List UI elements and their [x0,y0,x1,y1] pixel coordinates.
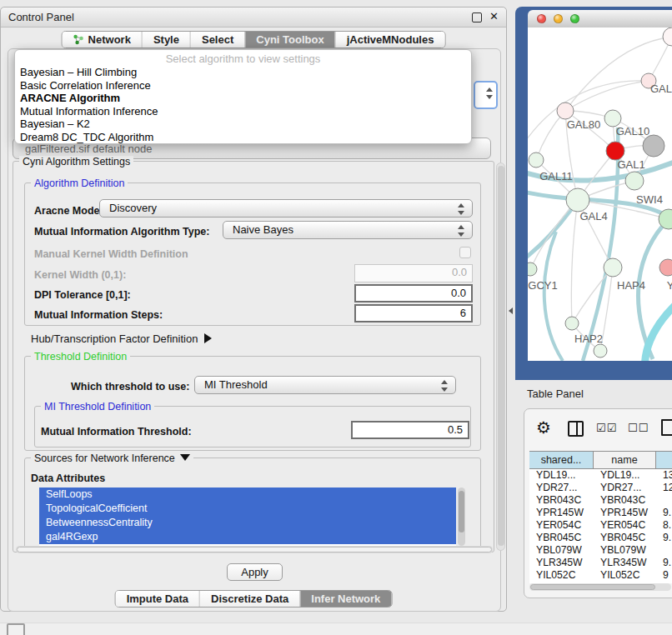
network-node[interactable] [625,172,644,190]
window-zoom-icon[interactable] [570,14,579,23]
attribute-item[interactable]: SelfLoops [39,488,456,502]
table-row[interactable]: YBR045CYBR045C9. [529,532,672,544]
sources-legend[interactable]: Sources for Network Inference [31,452,193,464]
kernel-width-label: Kernel Width (0,1): [34,269,126,281]
table-cell: YIL052C [594,569,656,582]
attributes-scrollbar-thumb[interactable] [459,491,464,532]
network-node[interactable] [659,259,672,276]
table-cell: YPR145W [594,507,656,519]
node-label: GAL [650,82,672,95]
mi-steps-field[interactable]: 6 [354,304,473,322]
control-panel-tab-bar: NetworkStyleSelectCyni ToolboxjActiveMNo… [62,31,446,48]
attribute-item[interactable]: gal4RGexp [39,530,456,544]
table-row[interactable]: YDR27...YDR27...12 [529,482,672,494]
focused-combo-fragment[interactable] [474,81,498,109]
table-cell [656,544,672,557]
table-cell: YPR145W [529,507,594,519]
table-row[interactable]: YDL19...YDL19...13 [529,469,672,482]
table-panel-title: Table Panel [527,388,584,400]
network-graph[interactable]: GALGAL80GAL10GAL1GAL11SWI4GAL4GCY1HAP4YH… [528,28,672,361]
app-root: Control Panel ✕ NetworkStyleSelectCyni T… [0,0,672,635]
tab-discretize-data[interactable]: Discretize Data [199,591,299,607]
tab-select[interactable]: Select [190,32,244,48]
control-panel: Control Panel ✕ NetworkStyleSelectCyni T… [0,7,507,612]
network-node[interactable] [565,317,579,330]
tab-jactivemnodules[interactable]: jActiveMNodules [335,32,445,48]
table-cell: 13 [656,469,672,482]
panel-splitter-arrow-icon[interactable] [509,308,513,314]
network-node[interactable] [528,262,537,276]
kernel-width-field[interactable]: 0.0 [354,264,473,282]
table-row[interactable]: YBL079WYBL079W [529,544,672,557]
window-minimize-icon[interactable] [554,14,563,23]
table-horizontal-scrollbar-thumb[interactable] [530,584,655,590]
settings-horizontal-scrollbar-thumb[interactable] [17,547,492,552]
add-column-icon[interactable] [661,419,672,436]
cyni-algorithm-settings-legend: Cyni Algorithm Settings [19,156,133,168]
attribute-item[interactable]: TopologicalCoefficient [39,502,456,516]
table-horizontal-scrollbar[interactable] [529,583,671,591]
network-view[interactable]: GALGAL80GAL10GAL1GAL11SWI4GAL4GCY1HAP4YH… [528,28,672,361]
tab-impute-data[interactable]: Impute Data [116,591,199,607]
table-row[interactable]: YIL052CYIL052C9 [529,569,672,582]
manual-kernel-checkbox[interactable] [459,247,471,258]
float-panel-icon[interactable] [472,12,482,22]
algorithm-option-basic-correlation-inference[interactable]: Basic Correlation Inference [15,79,471,92]
network-node[interactable] [594,344,607,358]
network-window-titlebar[interactable] [528,10,672,28]
mi-threshold-field[interactable]: 0.5 [351,421,469,439]
tab-cyni-toolbox[interactable]: Cyni Toolbox [244,32,334,48]
attribute-item[interactable]: BetweennessCentrality [39,516,456,530]
which-threshold-combo[interactable]: MI Threshold [194,376,456,394]
network-node[interactable] [604,258,622,277]
network-node[interactable] [566,188,589,212]
column-header[interactable]: shared... [529,452,594,468]
close-panel-icon[interactable]: ✕ [489,10,499,22]
algorithm-option-bayesian-k2[interactable]: Bayesian – K2 [15,118,471,131]
select-all-checkboxes-icon[interactable]: ☑☑ [596,422,617,434]
network-node[interactable] [643,135,664,157]
tab-infer-network[interactable]: Infer Network [299,591,391,607]
settings-vertical-scrollbar-thumb[interactable] [498,166,504,546]
table-row[interactable]: YPR145WYPR145W9. [529,507,672,519]
which-threshold-label: Which threshold to use: [71,381,189,392]
table-cell: YLR345W [529,557,594,569]
table-row[interactable]: YBR043CYBR043C [529,494,672,507]
deselect-all-checkboxes-icon[interactable]: ☐☐ [628,422,649,434]
which-threshold-value: MI Threshold [204,378,268,391]
attributes-scrollbar[interactable] [458,488,465,546]
dpi-tolerance-field[interactable]: 0.0 [354,284,473,302]
network-node[interactable] [557,102,574,119]
algorithm-option-mutual-information-inference[interactable]: Mutual Information Inference [15,105,471,118]
aracne-mode-value: Discovery [109,202,157,214]
column-header[interactable]: name [594,452,656,468]
node-label: Y [667,279,672,292]
settings-vertical-scrollbar[interactable] [496,162,505,551]
combo-spinner-icon [486,88,493,99]
collapsed-panel-button[interactable] [7,623,25,635]
network-node[interactable] [663,28,672,46]
network-node[interactable] [606,142,624,160]
network-node[interactable] [604,110,621,127]
algorithm-option-dream8-dc-tdc-algorithm[interactable]: Dream8 DC_TDC Algorithm [15,131,471,144]
table-row[interactable]: YER054CYER054C8. [529,519,672,532]
tab-style[interactable]: Style [142,32,190,48]
split-columns-icon[interactable] [568,421,584,437]
aracne-mode-combo[interactable]: Discovery [99,199,473,218]
tab-label: Infer Network [311,592,380,605]
node-label: GAL1 [617,158,644,171]
network-node[interactable] [529,152,544,168]
column-header[interactable]: A [656,452,672,468]
table-cell: YER054C [594,519,656,532]
hub-definition-toggle[interactable]: Hub/Transcription Factor Definition [31,332,212,345]
algorithm-option-aracne-algorithm[interactable]: ARACNE Algorithm [15,92,471,105]
mi-type-combo[interactable]: Naive Bayes [223,221,473,239]
network-table-combo-value: galFiltered.sif default node [25,142,152,155]
apply-button[interactable]: Apply [227,563,283,581]
table-row[interactable]: YLR345WYLR345W9. [529,557,672,569]
tab-network[interactable]: Network [63,32,142,48]
window-close-icon[interactable] [537,14,546,23]
settings-horizontal-scrollbar[interactable] [16,546,493,553]
algorithm-option-bayesian-hill-climbing[interactable]: Bayesian – Hill Climbing [15,66,471,79]
gear-icon[interactable]: ⚙ [536,418,551,438]
